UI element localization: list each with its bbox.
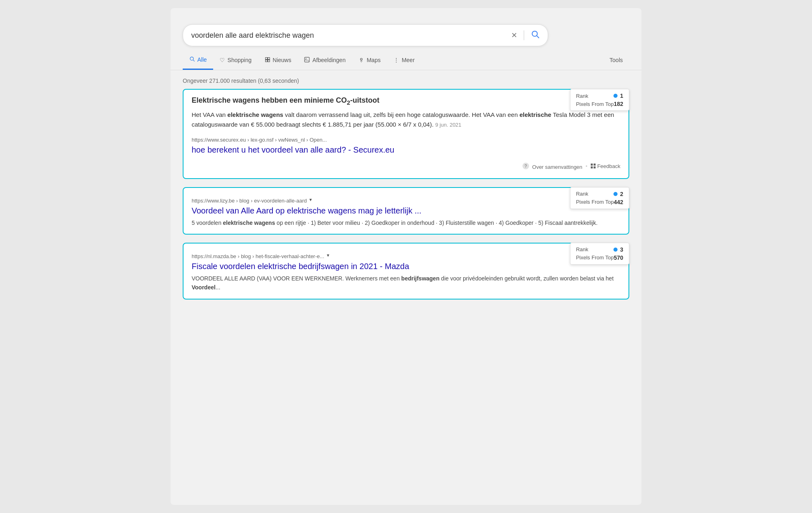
- rank-badge-pixels-row-2: Pixels From Top 442: [576, 199, 623, 205]
- results-count: Ongeveer 271.000 resultaten (0,63 second…: [171, 75, 641, 89]
- pixels-label-2: Pixels From Top: [576, 199, 614, 205]
- svg-rect-6: [265, 60, 267, 62]
- rank-badge-1: Rank 1 Pixels From Top 182: [570, 89, 629, 111]
- rank-dot-3: [613, 248, 618, 252]
- pixels-label-1: Pixels From Top: [576, 101, 614, 107]
- result-title-1[interactable]: hoe berekent u het voordeel van alle aar…: [192, 144, 620, 155]
- tab-maps-label: Maps: [367, 57, 380, 63]
- rank-label-3: Rank: [576, 246, 588, 252]
- tab-afbeeldingen[interactable]: Afbeeldingen: [298, 51, 352, 69]
- pixels-value-1: 182: [614, 101, 623, 107]
- svg-line-1: [537, 36, 539, 38]
- rank-badge-rank-row-2: Rank 2: [576, 191, 623, 197]
- svg-point-10: [361, 58, 363, 60]
- afbeeldingen-tab-icon: [304, 57, 310, 64]
- result-url-3: https://nl.mazda.be › blog › het-fiscale…: [192, 253, 324, 259]
- feedback-btn-1[interactable]: Feedback: [591, 163, 620, 169]
- shopping-tab-icon: ♡: [220, 57, 225, 63]
- url-dropdown-3[interactable]: ▾: [327, 252, 329, 258]
- svg-rect-7: [268, 60, 270, 62]
- result-url-row-1: https://www.securex.eu › lex-go.nsf › vw…: [192, 134, 620, 144]
- result-title-3[interactable]: Fiscale voordelen elektrische bedrijfswa…: [192, 261, 620, 272]
- result-heading-1: Elektrische wagens hebben een minieme CO…: [192, 96, 620, 106]
- rank-number-1: 1: [620, 93, 623, 99]
- pixels-value-2: 442: [614, 199, 623, 205]
- tab-maps[interactable]: Maps: [352, 51, 387, 69]
- result-url-2: https://www.lizy.be › blog › ev-voordele…: [192, 198, 307, 204]
- result-url-row-3: https://nl.mazda.be › blog › het-fiscale…: [192, 250, 620, 261]
- nieuws-tab-icon: [265, 57, 270, 64]
- tab-nieuws[interactable]: Nieuws: [258, 51, 298, 69]
- rank-badge-2: Rank 2 Pixels From Top 442: [570, 187, 629, 209]
- result-wrapper-1: Rank 1 Pixels From Top 182 Elektrische w…: [183, 89, 629, 179]
- svg-rect-5: [268, 57, 270, 59]
- feedback-bar-1: ? Over samenvattingen • Feedback: [192, 157, 620, 172]
- rank-value-1: 1: [613, 93, 623, 99]
- url-dropdown-2[interactable]: ▾: [309, 197, 312, 203]
- feedback-sep-1: •: [585, 163, 587, 169]
- rank-badge-rank-row-3: Rank 3: [576, 246, 623, 253]
- search-icon[interactable]: [531, 30, 540, 41]
- tab-afbeeldingen-label: Afbeeldingen: [312, 57, 346, 63]
- result-date-1: 9 jun. 2021: [435, 122, 461, 128]
- search-bar-container: voordelen alle aard elektrische wagen ✕: [171, 16, 641, 50]
- results-count-text: Ongeveer 271.000 resultaten (0,63 second…: [183, 78, 299, 84]
- page-wrapper: voordelen alle aard elektrische wagen ✕: [171, 8, 641, 505]
- svg-rect-4: [265, 57, 267, 59]
- svg-line-3: [193, 60, 194, 61]
- svg-point-9: [306, 58, 307, 59]
- pixels-value-3: 570: [614, 254, 623, 261]
- result-url-row-2: https://www.lizy.be › blog › ev-voordele…: [192, 194, 620, 205]
- rank-value-3: 3: [613, 246, 623, 253]
- help-icon-1[interactable]: ?: [523, 163, 529, 169]
- rank-label-2: Rank: [576, 191, 588, 197]
- search-bar: voordelen alle aard elektrische wagen ✕: [183, 24, 548, 46]
- tab-alle-label: Alle: [197, 56, 207, 63]
- tab-shopping[interactable]: ♡ Shopping: [213, 51, 258, 69]
- rank-badge-3: Rank 3 Pixels From Top 570: [570, 243, 629, 265]
- rank-badge-pixels-row-1: Pixels From Top 182: [576, 101, 623, 107]
- svg-rect-8: [305, 57, 310, 62]
- tools-label: Tools: [609, 57, 623, 63]
- tab-meer-label: Meer: [402, 57, 415, 63]
- rank-dot-2: [613, 192, 618, 196]
- search-bar-icons: ✕: [511, 30, 540, 41]
- rank-value-2: 2: [613, 191, 623, 197]
- tab-alle[interactable]: Alle: [183, 50, 213, 70]
- nav-tabs: Alle ♡ Shopping Nieuws: [171, 50, 641, 70]
- result-wrapper-2: Rank 2 Pixels From Top 442 https://www.l…: [183, 187, 629, 235]
- search-divider: [524, 30, 524, 40]
- maps-tab-icon: [358, 57, 364, 64]
- clear-icon[interactable]: ✕: [511, 31, 517, 40]
- feedback-action-label-1: Feedback: [597, 163, 620, 169]
- result-card-1: Rank 1 Pixels From Top 182 Elektrische w…: [183, 89, 629, 179]
- result-wrapper-3: Rank 3 Pixels From Top 570 https://nl.ma…: [183, 243, 629, 300]
- results-container: Rank 1 Pixels From Top 182 Elektrische w…: [171, 89, 641, 300]
- result-url-1: https://www.securex.eu › lex-go.nsf › vw…: [192, 137, 327, 143]
- rank-number-3: 3: [620, 246, 623, 253]
- result-title-2[interactable]: Voordeel van Alle Aard op elektrische wa…: [192, 205, 620, 216]
- feedback-summary-1: Over samenvattingen: [532, 164, 583, 170]
- tab-nieuws-label: Nieuws: [273, 57, 292, 63]
- result-card-2: Rank 2 Pixels From Top 442 https://www.l…: [183, 187, 629, 235]
- tools-tab[interactable]: Tools: [603, 51, 629, 69]
- feedback-grid-icon-1: [591, 164, 596, 168]
- search-input[interactable]: voordelen alle aard elektrische wagen: [191, 31, 511, 40]
- rank-badge-rank-row-1: Rank 1: [576, 93, 623, 99]
- meer-tab-icon: ⋮: [393, 57, 399, 63]
- result-card-3: Rank 3 Pixels From Top 570 https://nl.ma…: [183, 243, 629, 300]
- rank-dot-1: [613, 94, 618, 98]
- rank-number-2: 2: [620, 191, 623, 197]
- pixels-label-3: Pixels From Top: [576, 254, 614, 261]
- rank-label-1: Rank: [576, 93, 588, 99]
- tab-meer[interactable]: ⋮ Meer: [387, 51, 421, 69]
- rank-badge-pixels-row-3: Pixels From Top 570: [576, 254, 623, 261]
- tab-shopping-label: Shopping: [227, 57, 251, 63]
- result-snippet-1: Het VAA van elektrische wagens valt daar…: [192, 110, 620, 129]
- search-tab-icon: [189, 56, 195, 63]
- result-description-3: VOORDEEL ALLE AARD (VAA) VOOR EEN WERKNE…: [192, 274, 620, 292]
- result-description-2: 5 voordelen elektrische wagens op een ri…: [192, 218, 620, 227]
